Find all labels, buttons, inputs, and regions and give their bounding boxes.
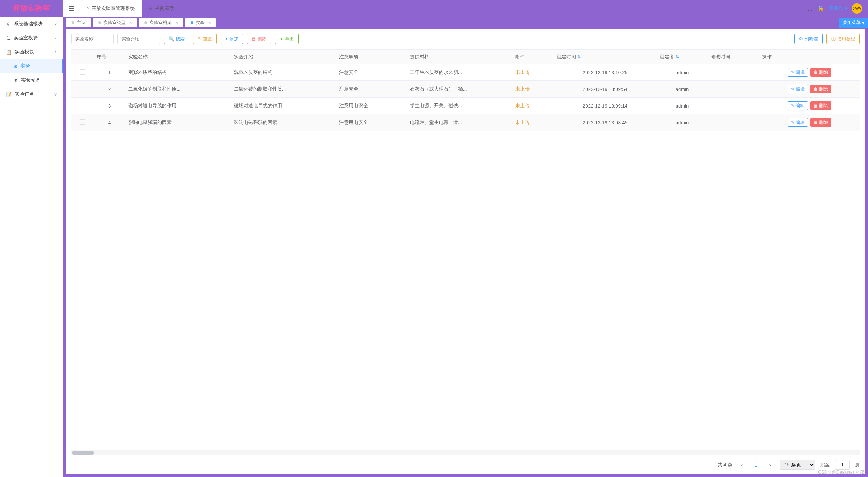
- cell-name: 磁场对通电导线的作用: [125, 98, 231, 114]
- cell-intro: 磁场对通电导线的作用: [231, 98, 336, 114]
- cell-creator: admin: [657, 64, 708, 81]
- user-name-link[interactable]: 管理员 ▾: [829, 5, 847, 12]
- page-number[interactable]: 1: [752, 460, 761, 469]
- row-checkbox[interactable]: [80, 69, 85, 75]
- nav-item-experiment[interactable]: 📋实验模块 ∧: [0, 45, 63, 59]
- cell-intro: 二氧化碳的制取和性质...: [231, 81, 336, 98]
- col-creator[interactable]: 创建者⇅: [657, 50, 708, 64]
- nav-sub-equipment[interactable]: 🗎实验设备: [0, 73, 63, 87]
- horizontal-scrollbar[interactable]: [71, 450, 860, 455]
- row-delete-button[interactable]: 🗑删除: [810, 85, 831, 93]
- cell-mtime: [708, 114, 759, 131]
- reset-button[interactable]: ↻重置: [193, 34, 217, 44]
- btn-label: 搜索: [176, 36, 185, 42]
- jump-label: 跳至: [820, 461, 830, 468]
- chevron-up-icon: ∧: [54, 50, 57, 55]
- tab-experiment[interactable]: 实验 ×: [185, 18, 216, 27]
- search-name-input[interactable]: [71, 34, 114, 44]
- row-checkbox[interactable]: [80, 103, 85, 108]
- col-file: 附件: [512, 50, 554, 64]
- tab-home[interactable]: 主页: [66, 18, 91, 27]
- cell-note: 注意用电安全: [336, 114, 407, 131]
- cell-intro: 观察木质茎的结构: [231, 64, 336, 81]
- col-name: 实验名称: [125, 50, 231, 64]
- row-delete-button[interactable]: 🗑删除: [810, 101, 831, 110]
- filter-button[interactable]: ⚙列筛选: [794, 34, 823, 44]
- plus-icon: +: [225, 36, 228, 42]
- btn-label: 使用教程: [837, 36, 855, 42]
- nav-item-order[interactable]: 📝实验订单 ∨: [0, 87, 63, 101]
- close-icon[interactable]: ×: [129, 20, 132, 25]
- next-page-button[interactable]: ›: [766, 460, 775, 469]
- chevron-down-icon: ∨: [54, 92, 57, 97]
- row-checkbox[interactable]: [80, 119, 85, 125]
- search-intro-input[interactable]: [117, 34, 160, 44]
- close-icon[interactable]: ×: [208, 20, 211, 25]
- row-delete-button[interactable]: 🗑删除: [810, 118, 831, 127]
- page-size-select[interactable]: 15 条/页: [780, 460, 815, 470]
- edit-button[interactable]: ✎编辑: [788, 85, 808, 93]
- cell-intro: 影响电磁强弱的因素: [231, 114, 336, 131]
- cell-name: 观察木质茎的结构: [125, 64, 231, 81]
- cell-ctime: 2022-12-19 13:09:54: [554, 81, 657, 98]
- table-wrap: 序号 实验名称 实验介绍 注意事项 提供材料 附件 创建时间⇅ 创建者⇅ 修改时…: [66, 49, 865, 450]
- scrollbar-thumb[interactable]: [72, 451, 94, 455]
- cell-seq: 2: [94, 81, 125, 98]
- gear-icon: ⚙: [799, 36, 803, 42]
- header-demo-tab[interactable]: ✧ 样例演示: [142, 0, 181, 17]
- tutorial-button[interactable]: ⓘ使用教程: [826, 34, 860, 44]
- nav-sub-experiment[interactable]: ⊕实验: [0, 59, 63, 73]
- cell-seq: 3: [94, 98, 125, 114]
- cell-note: 注意用电安全: [336, 98, 407, 114]
- edit-icon: ✎: [791, 86, 795, 92]
- pagination: 共 4 条 ‹ 1 › 15 条/页 跳至 页: [66, 455, 865, 474]
- tab-dot-icon: [98, 21, 101, 24]
- nav-label: 实验订单: [15, 91, 34, 98]
- header: ☰ ⌂ 开放实验室管理系统 ✧ 样例演示 ⛶ 🔒 管理员 ▾ JAVA: [63, 0, 868, 17]
- edit-button[interactable]: ✎编辑: [788, 68, 808, 77]
- chevron-down-icon: ∨: [54, 36, 57, 40]
- table-row: 2 二氧化碳的制取和性质... 二氧化碳的制取和性质... 注意安全 石灰石（或…: [71, 81, 860, 98]
- nav-sub-label: 实验: [20, 63, 30, 69]
- lock-icon[interactable]: 🔒: [817, 5, 824, 12]
- close-all-button[interactable]: 关闭菜单 ▾: [839, 18, 868, 28]
- nav-label: 系统基础模块: [14, 20, 43, 27]
- tab-dot-icon: [191, 21, 193, 24]
- col-note: 注意事项: [336, 50, 407, 64]
- edit-button[interactable]: ✎编辑: [788, 101, 808, 110]
- tab-label: 实验: [196, 20, 205, 26]
- refresh-icon: ↻: [198, 36, 202, 42]
- cell-file: 未上传: [512, 98, 554, 114]
- chevron-down-icon: ∨: [54, 22, 57, 26]
- tab-lab-type[interactable]: 实验室类型 ×: [93, 18, 137, 27]
- close-icon[interactable]: ×: [175, 20, 178, 25]
- fullscreen-icon[interactable]: ⛶: [807, 5, 813, 11]
- row-delete-button[interactable]: 🗑删除: [810, 68, 831, 77]
- sidebar: 开放实验室 ⛭系统基础模块 ∨ 🗂实验室模块 ∨ 📋实验模块 ∧ ⊕实验 🗎实验…: [0, 0, 63, 477]
- col-ctime[interactable]: 创建时间⇅: [554, 50, 657, 64]
- nav-item-system[interactable]: ⛭系统基础模块 ∨: [0, 17, 63, 31]
- search-button[interactable]: 🔍搜索: [164, 34, 189, 44]
- tab-lab-archive[interactable]: 实验室档案 ×: [139, 18, 183, 27]
- select-all-checkbox[interactable]: [74, 54, 79, 59]
- cell-file: 未上传: [512, 81, 554, 98]
- menu-toggle[interactable]: ☰: [63, 0, 80, 17]
- export-button[interactable]: ➤导出: [275, 34, 299, 44]
- btn-label: 重置: [203, 36, 212, 42]
- gear-icon: ⛭: [6, 21, 11, 27]
- cell-ctime: 2022-12-19 13:10:25: [554, 64, 657, 81]
- nav-label: 实验室模块: [14, 34, 38, 41]
- edit-button[interactable]: ✎编辑: [788, 118, 808, 127]
- main: ☰ ⌂ 开放实验室管理系统 ✧ 样例演示 ⛶ 🔒 管理员 ▾ JAVA 主页: [63, 0, 868, 477]
- delete-button[interactable]: 🗑删除: [247, 34, 271, 44]
- nav-label: 实验模块: [15, 49, 34, 55]
- jump-page-input[interactable]: [835, 460, 850, 470]
- row-checkbox[interactable]: [80, 86, 85, 91]
- prev-page-button[interactable]: ‹: [738, 460, 746, 469]
- add-button[interactable]: +添加: [221, 34, 243, 44]
- cell-seq: 4: [94, 114, 125, 131]
- cell-action: ✎编辑 🗑删除: [759, 81, 860, 98]
- nav-item-lab[interactable]: 🗂实验室模块 ∨: [0, 31, 63, 45]
- header-home-tab[interactable]: ⌂ 开放实验室管理系统: [80, 0, 142, 17]
- avatar[interactable]: JAVA: [852, 3, 862, 14]
